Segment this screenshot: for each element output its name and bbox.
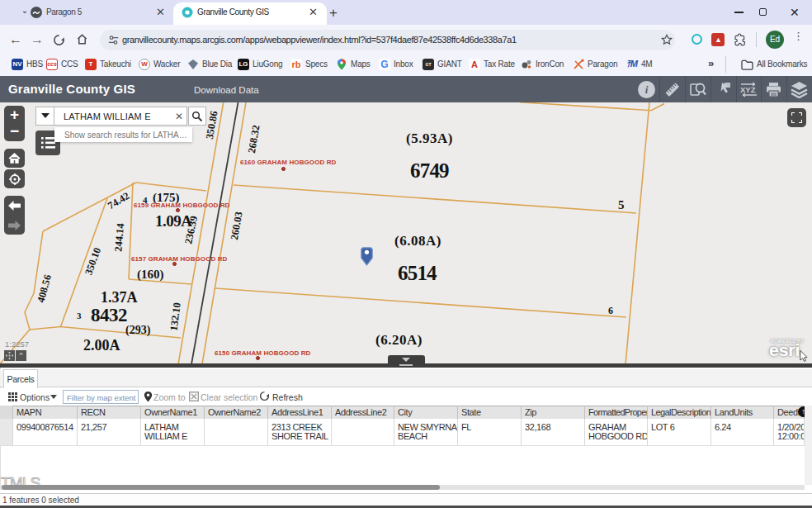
svg-text:XYZ: XYZ: [740, 85, 756, 94]
